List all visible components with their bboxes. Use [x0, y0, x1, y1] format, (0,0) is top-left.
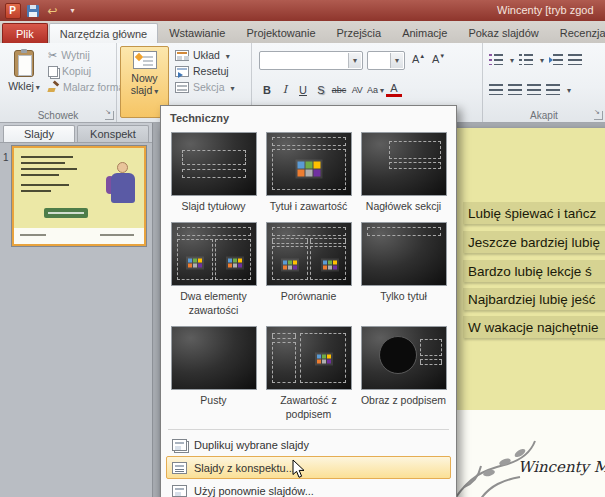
font-name-combobox[interactable]	[259, 51, 363, 70]
layout-tytul-i-zawartosc[interactable]: Tytuł i zawartość	[261, 127, 356, 217]
menu-item-reuse-slides[interactable]: Użyj ponownie slajdów...	[166, 479, 451, 497]
line-spacing-icon[interactable]	[568, 53, 582, 65]
chevron-down-icon	[229, 81, 235, 93]
chevron-down-icon	[224, 49, 230, 61]
powerpoint-window: P ↩ ▾ Wincenty [tryb zgod Plik Narzędzia…	[0, 0, 605, 497]
brush-icon	[48, 82, 59, 92]
new-slide-icon	[133, 51, 157, 69]
layout-thumbnail	[266, 326, 352, 390]
italic-button[interactable]: I	[277, 81, 293, 98]
menu-separator	[168, 429, 449, 430]
thumbnail-name-badge	[44, 208, 88, 218]
layout-thumbnail	[171, 326, 257, 390]
font-color-button[interactable]: A	[386, 83, 402, 97]
paragraph-group: Akapit	[483, 43, 605, 122]
reset-icon	[175, 66, 189, 77]
powerpoint-logo-icon[interactable]: P	[4, 3, 21, 19]
chevron-down-icon	[378, 85, 384, 95]
layout-tylko-tytul[interactable]: Tylko tytuł	[356, 217, 451, 321]
align-center-icon[interactable]	[508, 83, 522, 95]
slides-from-outline-icon	[172, 462, 187, 474]
paste-icon	[14, 50, 34, 77]
menu-item-duplicate-slides[interactable]: Duplikuj wybrane slajdy	[166, 433, 451, 456]
font-size-combobox[interactable]	[367, 51, 405, 70]
slide-text-line[interactable]: Bardzo lubię lekcje ś	[463, 260, 605, 282]
tab-pokaz-slajdow[interactable]: Pokaz slajdów	[458, 23, 548, 43]
bullets-icon[interactable]	[489, 53, 503, 65]
duplicate-slides-icon	[172, 439, 187, 451]
layout-thumbnail	[266, 132, 352, 196]
chevron-down-icon	[565, 83, 571, 95]
layout-button[interactable]: Układ	[175, 48, 235, 62]
reuse-slides-icon	[172, 485, 187, 497]
tab-recenzja[interactable]: Recenzja	[550, 23, 605, 43]
chevron-down-icon	[508, 53, 514, 65]
tab-plik[interactable]: Plik	[2, 23, 48, 43]
section-button[interactable]: Sekcja	[175, 80, 235, 94]
change-case-button[interactable]: Aa	[367, 81, 384, 98]
align-left-icon[interactable]	[489, 83, 503, 95]
bold-button[interactable]: B	[259, 81, 275, 98]
layout-thumbnail	[171, 222, 257, 286]
quick-access-dropdown-icon[interactable]: ▾	[64, 3, 81, 19]
strikethrough-button[interactable]: abc	[331, 81, 347, 98]
tab-wstawianie[interactable]: Wstawianie	[159, 23, 235, 43]
grow-font-button[interactable]: A▲	[412, 53, 425, 65]
increase-indent-icon[interactable]	[549, 53, 563, 65]
chevron-down-icon	[538, 53, 544, 65]
clipboard-group: Wklej ✂ Wytnij Kopiuj Malarz formatów Sc…	[0, 43, 117, 122]
slide-text-line[interactable]: Jeszcze bardziej lubię	[463, 231, 605, 253]
slide-text-line[interactable]: W wakacje najchętnie	[463, 316, 605, 338]
slide-text-line[interactable]: Lubię śpiewać i tańcz	[463, 202, 605, 224]
slide-1-thumbnail[interactable]	[12, 146, 146, 246]
picture-placeholder-icon	[379, 336, 417, 374]
chevron-down-icon	[34, 80, 40, 92]
layout-obraz-z-podpisem[interactable]: Obraz z podpisem	[356, 321, 451, 425]
slide-text-line[interactable]: Najbardziej lubię jeść	[463, 288, 605, 310]
reset-button[interactable]: Resetuj	[175, 64, 235, 78]
tab-projektowanie[interactable]: Projektowanie	[236, 23, 325, 43]
menu-item-slides-from-outline[interactable]: Slajdy z konspektu...	[166, 456, 451, 479]
scissors-icon: ✂	[48, 50, 57, 61]
panel-tab-slajdy[interactable]: Slajdy	[3, 125, 75, 142]
layout-naglowek-sekcji[interactable]: Nagłówek sekcji	[356, 127, 451, 217]
paste-button[interactable]: Wklej	[4, 46, 44, 118]
chevron-down-icon	[152, 84, 158, 96]
layout-icon	[175, 50, 189, 61]
align-right-icon[interactable]	[527, 83, 541, 95]
tab-przejscia[interactable]: Przejścia	[327, 23, 392, 43]
layout-zawartosc-z-podpisem[interactable]: Zawartość z podpisem	[261, 321, 356, 425]
ribbon-tab-bar: Plik Narzędzia główne Wstawianie Projekt…	[0, 21, 605, 43]
text-shadow-button[interactable]: S	[313, 81, 329, 98]
paragraph-group-label: Akapit	[483, 110, 605, 121]
paragraph-dialog-launcher-icon[interactable]	[594, 111, 603, 120]
panel-tabs: Slajdy Konspekt	[0, 123, 152, 143]
align-justify-icon[interactable]	[546, 83, 560, 95]
layout-slajd-tytulowy[interactable]: Slajd tytułowy	[166, 127, 261, 217]
slide-number: 1	[3, 152, 9, 163]
window-title: Wincenty [tryb zgod	[497, 4, 594, 16]
character-spacing-button[interactable]: AV	[349, 81, 365, 98]
section-icon	[175, 82, 189, 93]
undo-icon[interactable]: ↩	[44, 3, 61, 19]
panel-tab-konspekt[interactable]: Konspekt	[77, 125, 149, 142]
layout-thumbnail	[266, 222, 352, 286]
layout-pusty[interactable]: Pusty	[166, 321, 261, 425]
slide-signature[interactable]: Wincenty Mi	[518, 458, 605, 476]
layout-porownanie[interactable]: Porównanie	[261, 217, 356, 321]
title-bar: P ↩ ▾ Wincenty [tryb zgod	[0, 0, 605, 21]
underline-button[interactable]: U	[295, 81, 311, 98]
new-slide-layout-menu: Techniczny Slajd tytułowy Tytuł i zawart…	[160, 105, 457, 497]
layout-gallery: Slajd tytułowy Tytuł i zawartość Nagłówe…	[166, 127, 451, 425]
mouse-cursor	[292, 459, 305, 479]
layout-thumbnail	[171, 132, 257, 196]
tab-narzedzia-glowne[interactable]: Narzędzia główne	[49, 23, 158, 43]
clipboard-group-label: Schowek	[0, 110, 116, 121]
layout-thumbnail	[361, 132, 447, 196]
tab-animacje[interactable]: Animacje	[392, 23, 457, 43]
layout-dwa-elementy-zawartosci[interactable]: Dwa elementy zawartości	[166, 217, 261, 321]
clipboard-dialog-launcher-icon[interactable]	[105, 111, 114, 120]
save-icon[interactable]	[24, 3, 41, 19]
numbering-icon[interactable]	[519, 53, 533, 65]
shrink-font-button[interactable]: A▼	[432, 53, 445, 65]
